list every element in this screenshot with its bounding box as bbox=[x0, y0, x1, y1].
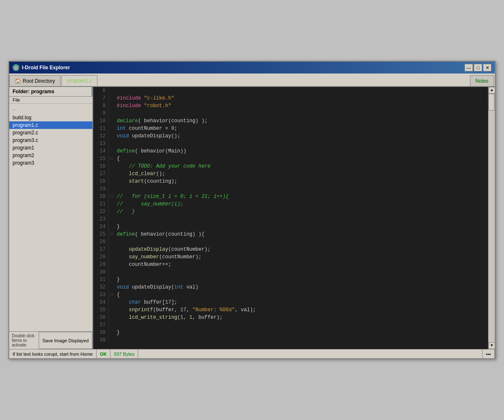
fold-indicator bbox=[108, 117, 115, 125]
tab-file-label: program1.c bbox=[67, 78, 92, 84]
line-number: 23 bbox=[93, 215, 108, 223]
code-line-16: 16 // TODO: Add your code here bbox=[93, 163, 488, 170]
code-line-26: 26 bbox=[93, 238, 488, 246]
code-content[interactable] bbox=[115, 87, 488, 94]
status-bytes: 597 Bytes bbox=[110, 349, 138, 358]
scroll-down-button[interactable]: ▼ bbox=[488, 342, 495, 349]
file-item-program3c[interactable]: program3.c bbox=[9, 136, 92, 144]
fold-indicator bbox=[108, 163, 115, 170]
status-extra bbox=[138, 349, 483, 358]
tab-notes[interactable]: Notes bbox=[470, 75, 494, 86]
code-scroll[interactable]: 67#include "c-like.h"8#include "robot.h"… bbox=[93, 87, 488, 349]
code-line-35: 35 snprintf(buffer, 17, "Number: %06d", … bbox=[93, 306, 488, 314]
fold-indicator bbox=[108, 170, 115, 178]
fold-indicator bbox=[108, 284, 115, 291]
fold-indicator bbox=[108, 125, 115, 132]
fold-indicator bbox=[108, 246, 115, 253]
maximize-button[interactable]: □ bbox=[474, 64, 482, 71]
code-content[interactable] bbox=[115, 238, 488, 246]
code-content[interactable]: #include "c-like.h" bbox=[115, 94, 488, 102]
vertical-scrollbar[interactable]: ▲ ▼ bbox=[488, 87, 495, 349]
tab-notes-label: Notes bbox=[475, 78, 488, 84]
file-item-program1[interactable]: program1 bbox=[9, 144, 92, 152]
tab-file[interactable]: program1.c bbox=[61, 75, 98, 86]
code-content[interactable]: } bbox=[115, 276, 488, 284]
code-content[interactable]: declare( behavior(counting) ); bbox=[115, 117, 488, 125]
code-content[interactable]: char buffer[17]; bbox=[115, 299, 488, 306]
code-line-13: 13 bbox=[93, 140, 488, 147]
file-item-buildlog[interactable]: build.log bbox=[9, 114, 92, 121]
code-content[interactable]: countNumber++; bbox=[115, 261, 488, 268]
code-table: 67#include "c-like.h"8#include "robot.h"… bbox=[93, 87, 488, 344]
file-item-program2c[interactable]: program2.c bbox=[9, 129, 92, 136]
sidebar-bottom: Double click Items to activate Save Imag… bbox=[9, 331, 92, 349]
code-line-6: 6 bbox=[93, 87, 488, 94]
fold-indicator bbox=[108, 94, 115, 102]
fold-indicator: □ bbox=[108, 291, 115, 299]
save-image-button[interactable]: Save Image Displayed bbox=[39, 332, 92, 349]
code-line-30: 30 bbox=[93, 268, 488, 276]
code-content[interactable] bbox=[115, 336, 488, 344]
code-content[interactable]: define( behavior(counting) ){ bbox=[115, 231, 488, 238]
code-content[interactable]: void updateDisplay(); bbox=[115, 132, 488, 140]
title-buttons: — □ ✕ bbox=[465, 64, 491, 71]
code-line-24: 24} bbox=[93, 223, 488, 231]
code-content[interactable]: int countNumber = 0; bbox=[115, 125, 488, 132]
line-number: 19 bbox=[93, 185, 108, 193]
fold-indicator bbox=[108, 200, 115, 208]
line-number: 33 bbox=[93, 291, 108, 299]
code-content[interactable] bbox=[115, 215, 488, 223]
fold-indicator bbox=[108, 132, 115, 140]
file-item-program2[interactable]: program2 bbox=[9, 152, 92, 159]
code-line-27: 27 updateDisplay(countNumber); bbox=[93, 246, 488, 253]
scroll-thumb[interactable] bbox=[488, 94, 494, 110]
file-list: build.log program1.c program2.c program3… bbox=[9, 113, 92, 331]
code-content[interactable]: snprintf(buffer, 17, "Number: %06d", val… bbox=[115, 306, 488, 314]
code-content[interactable]: void updateDisplay(int val) bbox=[115, 284, 488, 291]
code-content[interactable]: // } bbox=[115, 208, 488, 215]
file-item-program3[interactable]: program3 bbox=[9, 159, 92, 167]
code-content[interactable] bbox=[115, 268, 488, 276]
file-item-program1c[interactable]: program1.c bbox=[9, 121, 92, 129]
fold-indicator bbox=[108, 102, 115, 110]
tree-item-parent[interactable]: .. bbox=[11, 105, 91, 111]
code-content[interactable]: } bbox=[115, 329, 488, 336]
scroll-track[interactable] bbox=[488, 94, 495, 342]
fold-indicator: □ bbox=[108, 193, 115, 200]
code-content[interactable]: // TODO: Add your code here bbox=[115, 163, 488, 170]
code-content[interactable]: { bbox=[115, 291, 488, 299]
code-content[interactable] bbox=[115, 140, 488, 147]
line-number: 36 bbox=[93, 314, 108, 321]
code-content[interactable] bbox=[115, 185, 488, 193]
code-editor[interactable]: 67#include "c-like.h"8#include "robot.h"… bbox=[93, 87, 495, 349]
code-content[interactable]: say_number(countNumber); bbox=[115, 253, 488, 261]
code-content[interactable]: } bbox=[115, 223, 488, 231]
line-number: 16 bbox=[93, 163, 108, 170]
close-button[interactable]: ✕ bbox=[483, 64, 491, 71]
minimize-button[interactable]: — bbox=[465, 64, 473, 71]
line-number: 26 bbox=[93, 238, 108, 246]
code-content[interactable]: // say_number(i); bbox=[115, 200, 488, 208]
code-content[interactable]: define( behavior(Main)) bbox=[115, 147, 488, 155]
code-content[interactable]: start(counting); bbox=[115, 178, 488, 185]
scroll-up-button[interactable]: ▲ bbox=[488, 87, 495, 94]
code-content[interactable]: lcd_write_string(1, 1, buffer); bbox=[115, 314, 488, 321]
code-line-14: 14define( behavior(Main)) bbox=[93, 147, 488, 155]
code-content[interactable]: lcd_clear(); bbox=[115, 170, 488, 178]
code-content[interactable]: #include "robot.h" bbox=[115, 102, 488, 110]
status-resize[interactable]: ▪▪▪ bbox=[483, 349, 495, 358]
code-line-15: 15□{ bbox=[93, 155, 488, 163]
code-content[interactable] bbox=[115, 321, 488, 329]
code-line-19: 19 bbox=[93, 185, 488, 193]
line-number: 25 bbox=[93, 231, 108, 238]
line-number: 35 bbox=[93, 306, 108, 314]
code-content[interactable]: updateDisplay(countNumber); bbox=[115, 246, 488, 253]
code-content[interactable] bbox=[115, 110, 488, 117]
code-line-18: 18 start(counting); bbox=[93, 178, 488, 185]
line-number: 7 bbox=[93, 94, 108, 102]
code-content[interactable]: // for (size_t i = 0; i < 21; i++){ bbox=[115, 193, 488, 200]
line-number: 34 bbox=[93, 299, 108, 306]
code-content[interactable]: { bbox=[115, 155, 488, 163]
line-number: 30 bbox=[93, 268, 108, 276]
tab-root-directory[interactable]: 🏠 Root Directory bbox=[9, 75, 60, 86]
